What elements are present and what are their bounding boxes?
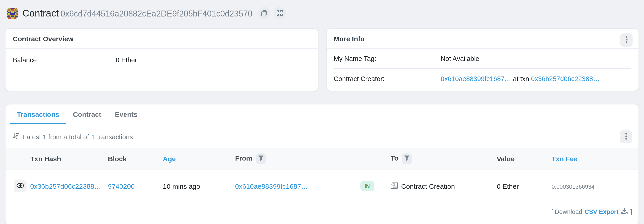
filter-funnel-icon [404,155,409,162]
tab-events[interactable]: Events [108,104,144,124]
from-filter-button[interactable] [256,153,266,164]
to-filter-button[interactable] [402,153,412,164]
contract-overview-card: Contract Overview Balance: 0 Ether [5,28,318,91]
table-row: 0x36b257d06c22388… 9740200 10 mins ago 0… [6,169,638,201]
csv-export-footer: [ Download CSV Export ] [6,201,638,222]
col-to: To [387,148,493,169]
balance-value: 0 Ether [116,56,137,64]
preview-txn-button[interactable] [14,179,26,192]
download-bracket-close: ] [630,208,632,215]
contract-overview-title: Contract Overview [6,29,318,49]
cell-value: 0 Ether [493,169,548,201]
qr-code-button[interactable] [274,7,286,19]
contract-identicon [7,8,18,19]
list-toolbar: Latest 1 from a total of 1 transactions [6,124,638,148]
filter-funnel-icon [258,155,263,162]
sort-amount-down-icon [12,132,23,141]
cell-block: 9740200 [104,169,159,201]
block-link[interactable]: 9740200 [108,182,135,190]
col-block: Block [104,148,159,169]
balance-label: Balance: [13,56,116,64]
contract-creator-label: Contract Creator: [334,75,441,82]
col-direction [357,148,387,169]
eye-icon [16,182,24,189]
top-cards-row: Contract Overview Balance: 0 Ether More … [5,28,639,91]
more-info-card: More Info My Name Tag: Not Available Con… [326,28,639,91]
tab-bar: Transactions Contract Events [6,104,638,124]
contract-page: Contract0x6cd7d44516a20882cEa2DE9f205bF4… [0,0,644,224]
creator-address-link[interactable]: 0x610ae88399fc1687… [441,75,511,82]
transactions-summary: Latest 1 from a total of 1 transactions [12,132,133,141]
qrcode-icon [277,10,283,16]
cell-txn-fee: 0.000301366934 [548,169,638,201]
cell-direction: IN [357,169,387,201]
balance-row: Balance: 0 Ether [13,56,310,64]
name-tag-value: Not Available [441,55,479,62]
page-title: Contract0x6cd7d44516a20882cEa2DE9f205bF4… [22,8,252,19]
txn-hash-link[interactable]: 0x36b257d06c22388… [30,182,101,190]
download-bracket-open: [ Download [552,208,582,215]
more-info-header: More Info [326,29,638,49]
page-header: Contract0x6cd7d44516a20882cEa2DE9f205bF4… [0,0,644,19]
col-from: From [232,148,357,169]
col-from-label: From [235,154,252,162]
col-to-label: To [390,154,398,162]
tab-transactions[interactable]: Transactions [10,104,66,124]
creator-connector-text: at txn [513,75,529,82]
kebab-menu-icon [625,133,627,141]
more-info-title: More Info [334,35,364,43]
col-age[interactable]: Age [159,148,232,169]
summary-prefix: Latest 1 from a total of [23,133,89,140]
col-value: Value [493,148,548,169]
col-txn-hash: Txn Hash [26,148,104,169]
from-address-link[interactable]: 0x610ae88399fc1687… [235,182,308,190]
contract-creator-row: Contract Creator: 0x610ae88399fc1687… at… [334,68,631,88]
more-info-body: My Name Tag: Not Available Contract Crea… [326,49,638,88]
cell-txn-hash: 0x36b257d06c22388… [26,169,104,201]
col-eye [6,148,26,169]
cell-age: 10 mins ago [159,169,232,201]
contract-creator-value: 0x610ae88399fc1687… at txn 0x36b257d06c2… [441,75,600,82]
transactions-table: Txn Hash Block Age From To Value Txn Fee… [6,148,638,201]
col-txn-fee[interactable]: Txn Fee [548,148,638,169]
transactions-menu-button[interactable] [620,130,632,143]
copy-icon [261,10,267,16]
creator-txn-link[interactable]: 0x36b257d06c22388… [531,75,600,82]
summary-count-link[interactable]: 1 [91,133,95,140]
contract-creation-icon [390,182,398,190]
page-title-text: Contract [22,8,59,18]
more-info-menu-button[interactable] [620,34,632,47]
contract-address: 0x6cd7d44516a20882cEa2DE9f205bF401c0d235… [60,9,252,18]
txn-fee-value: 0.000301366934 [552,183,594,190]
name-tag-row: My Name Tag: Not Available [334,49,631,68]
kebab-menu-icon [626,36,627,44]
direction-in-badge: IN [360,181,374,191]
cell-from: 0x610ae88399fc1687… [232,169,357,201]
cell-to: Contract Creation [387,169,493,201]
contract-overview-body: Balance: 0 Ether [6,49,318,72]
download-icon [621,208,628,216]
summary-suffix: transactions [97,133,133,140]
cell-eye [6,169,26,201]
copy-address-button[interactable] [258,7,270,19]
tab-contract[interactable]: Contract [66,104,108,124]
csv-export-link[interactable]: CSV Export [584,208,618,215]
to-method-label: Contract Creation [401,182,455,190]
transactions-card: Transactions Contract Events Latest 1 fr… [5,104,639,224]
name-tag-label: My Name Tag: [334,55,441,62]
table-header-row: Txn Hash Block Age From To Value Txn Fee [6,148,638,169]
